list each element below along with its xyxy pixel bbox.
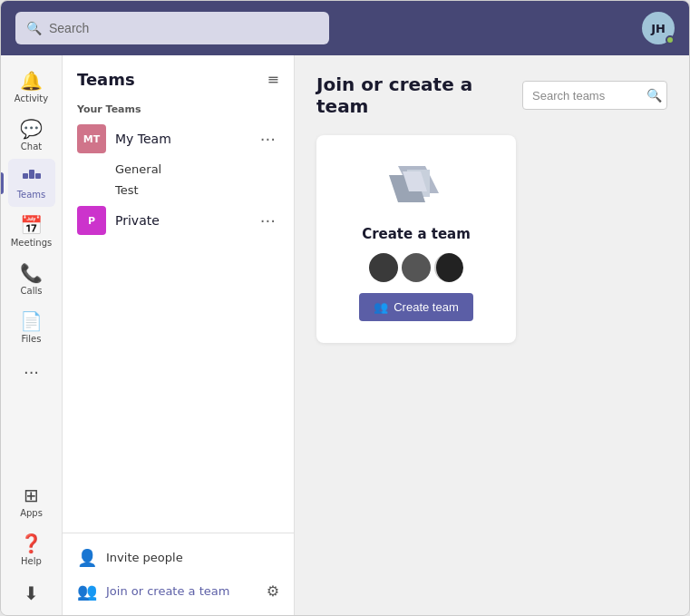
team-avatar-myteam: MT — [77, 124, 106, 153]
avatar-bubble-1 — [369, 253, 398, 282]
download-button[interactable]: ⬇ — [24, 573, 39, 608]
search-teams-icon: 🔍 — [646, 88, 662, 103]
apps-icon: ⊞ — [24, 484, 39, 506]
invite-icon: 👤 — [77, 548, 97, 567]
teams-panel: Teams ≡ Your Teams MT My Team ··· Genera… — [63, 55, 295, 615]
team-more-private[interactable]: ··· — [257, 210, 279, 232]
help-icon: ❓ — [20, 533, 43, 554]
filter-icon[interactable]: ≡ — [267, 71, 279, 88]
svg-rect-1 — [29, 170, 34, 179]
search-teams-bar[interactable]: 🔍 — [522, 81, 667, 110]
sidebar-item-activity[interactable]: 🔔 Activity — [8, 63, 55, 111]
page-title: Join or create a team — [316, 73, 508, 117]
team-illustration — [380, 157, 452, 215]
svg-rect-0 — [23, 173, 28, 179]
chat-icon: 💬 — [20, 118, 43, 140]
team-more-myteam[interactable]: ··· — [257, 128, 279, 151]
svg-rect-2 — [35, 173, 41, 179]
create-team-card: Create a team 👥 Create team — [316, 135, 516, 343]
create-team-button[interactable]: 👥 Create team — [359, 293, 473, 321]
avatar-bubble-3 — [434, 253, 463, 282]
sidebar-item-meetings[interactable]: 📅 Meetings — [8, 207, 55, 255]
team-avatar-private: P — [77, 206, 106, 235]
channel-test[interactable]: Test — [66, 180, 290, 200]
teams-panel-header: Teams ≡ — [63, 55, 294, 96]
team-item-myteam[interactable]: MT My Team ··· — [66, 119, 290, 159]
sidebar-nav: 🔔 Activity 💬 Chat Teams 📅 — [1, 55, 63, 615]
teams-panel-title: Teams — [77, 70, 135, 89]
main-content: Join or create a team 🔍 Create a team — [295, 55, 689, 615]
sidebar-item-help[interactable]: ❓ Help — [8, 525, 55, 573]
global-search-bar[interactable]: 🔍 — [15, 12, 329, 44]
main-area: 🔔 Activity 💬 Chat Teams 📅 — [1, 55, 689, 615]
teams-icon — [22, 166, 42, 188]
sidebar-item-files[interactable]: 📄 Files — [8, 303, 55, 351]
create-team-card-title: Create a team — [362, 226, 471, 242]
phone-icon: 📞 — [20, 262, 43, 284]
join-create-link[interactable]: Join or create a team — [106, 584, 229, 598]
more-button[interactable]: ... — [16, 351, 46, 385]
bell-icon: 🔔 — [20, 70, 43, 92]
sidebar-item-teams[interactable]: Teams — [8, 159, 55, 207]
gear-icon[interactable]: ⚙ — [267, 582, 279, 600]
join-create-icon: 👥 — [77, 582, 97, 601]
sidebar-item-apps[interactable]: ⊞ Apps — [8, 477, 55, 525]
teams-footer: 👤 Invite people 👥 Join or create a team … — [63, 533, 294, 615]
avatar[interactable]: JH — [642, 12, 675, 44]
search-teams-input[interactable] — [532, 89, 641, 103]
app-container: 🔍 JH 🔔 Activity 💬 Chat — [0, 0, 690, 616]
create-team-icon: 👥 — [374, 300, 388, 314]
file-icon: 📄 — [20, 310, 43, 332]
top-bar: 🔍 JH — [1, 1, 689, 55]
invite-people-button[interactable]: 👤 Invite people — [63, 541, 294, 574]
calendar-icon: 📅 — [20, 214, 43, 236]
team-item-private[interactable]: P Private ··· — [66, 200, 290, 240]
sidebar-item-calls[interactable]: 📞 Calls — [8, 255, 55, 303]
channel-general[interactable]: General — [66, 159, 290, 180]
avatar-group — [369, 253, 463, 282]
your-teams-label: Your Teams — [63, 96, 294, 119]
global-search-input[interactable] — [49, 21, 318, 35]
search-icon: 🔍 — [26, 21, 42, 35]
sidebar-item-chat[interactable]: 💬 Chat — [8, 111, 55, 159]
avatar-bubble-2 — [402, 253, 431, 282]
main-content-header: Join or create a team 🔍 — [316, 73, 667, 117]
join-create-footer: 👥 Join or create a team ⚙ — [63, 574, 294, 608]
presence-indicator — [666, 35, 675, 44]
